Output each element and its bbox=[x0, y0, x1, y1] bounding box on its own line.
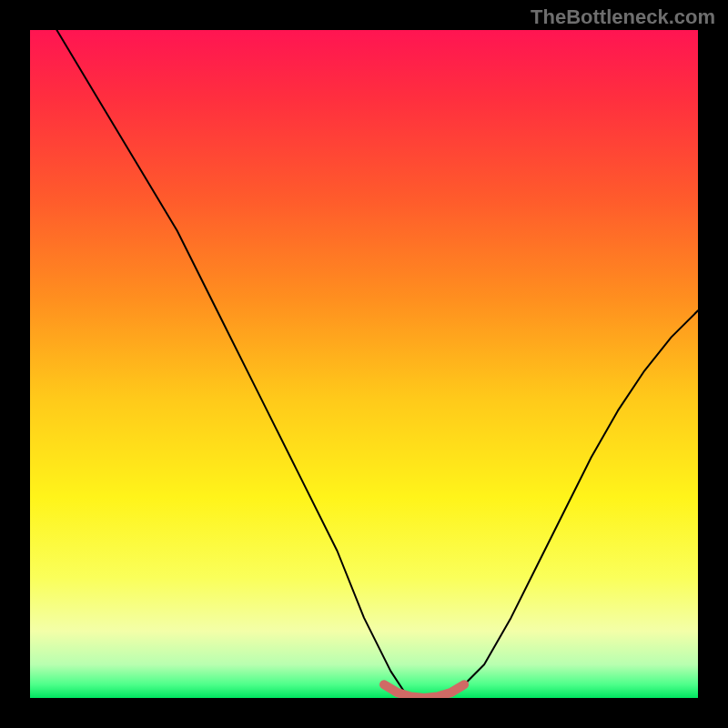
plot-svg bbox=[30, 30, 698, 698]
gradient-background bbox=[30, 30, 698, 698]
chart-frame: TheBottleneck.com bbox=[0, 0, 728, 728]
watermark-text: TheBottleneck.com bbox=[531, 5, 715, 29]
plot-area bbox=[30, 30, 698, 698]
